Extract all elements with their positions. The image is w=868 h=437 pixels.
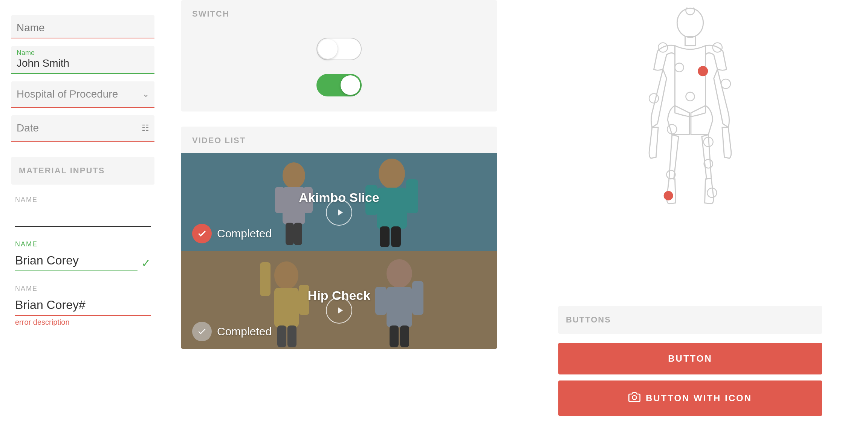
primary-button-label: BUTTON <box>668 353 712 364</box>
switch-section-header: SWITCH <box>192 0 486 26</box>
svg-marker-31 <box>338 307 343 313</box>
svg-point-41 <box>686 92 694 101</box>
svg-point-46 <box>664 191 673 200</box>
name-input-labeled-group: Name <box>11 46 154 74</box>
video-section: VIDEO LIST <box>181 127 497 349</box>
calendar-icon: ☷ <box>142 123 149 133</box>
buttons-section: BUTTONS BUTTON BUTTON WITH ICON <box>558 306 822 422</box>
left-column: Name Hospital of Procedure ⌄ Date ☷ MATE… <box>0 0 166 437</box>
name-input-plain[interactable] <box>11 15 154 38</box>
video-list: Akimbo Slice Completed <box>181 153 497 349</box>
completed-badge-1: Completed <box>192 224 272 243</box>
svg-point-37 <box>675 63 684 72</box>
svg-point-40 <box>649 94 659 103</box>
name-input-label: Name <box>17 49 35 57</box>
material-input-field-valid[interactable] <box>15 251 138 271</box>
material-input-field-empty[interactable] <box>15 206 151 227</box>
camera-icon <box>628 391 640 405</box>
material-label-valid: NAME <box>15 240 151 248</box>
material-input-row-empty <box>15 206 151 227</box>
material-label-error: NAME <box>15 285 151 293</box>
chevron-down-icon: ⌄ <box>142 89 149 99</box>
play-button-2[interactable] <box>326 297 352 324</box>
icon-button[interactable]: BUTTON WITH ICON <box>558 380 822 416</box>
toggle-knob-off <box>318 39 338 59</box>
material-input-valid: NAME ✓ <box>11 240 154 271</box>
material-inputs-header: MATERIAL INPUTS <box>11 157 154 185</box>
material-input-row-valid: ✓ <box>15 251 151 271</box>
completed-text-1: Completed <box>217 227 272 240</box>
switch-area <box>192 26 486 112</box>
hospital-select[interactable]: Hospital of Procedure ⌄ <box>11 81 154 108</box>
error-description: error description <box>15 318 151 327</box>
completed-text-2: Completed <box>217 325 272 338</box>
svg-point-47 <box>707 188 717 197</box>
name-input-group <box>11 15 154 38</box>
material-input-row-error <box>15 295 151 316</box>
video-item-1[interactable]: Akimbo Slice Completed <box>181 153 497 251</box>
svg-point-42 <box>667 125 677 134</box>
svg-rect-33 <box>685 37 695 46</box>
svg-point-32 <box>677 8 703 37</box>
middle-column: SWITCH VIDEO LIST <box>166 0 512 437</box>
switch-section: SWITCH <box>181 0 497 112</box>
material-input-error: NAME error description <box>11 285 154 327</box>
body-diagram <box>527 0 853 295</box>
buttons-section-header: BUTTONS <box>558 306 822 334</box>
primary-button[interactable]: BUTTON <box>558 343 822 374</box>
material-label-empty: NAME <box>15 196 151 204</box>
svg-point-39 <box>721 79 730 89</box>
svg-marker-15 <box>338 209 343 215</box>
completed-check-icon-1 <box>192 224 212 243</box>
icon-button-label: BUTTON WITH ICON <box>646 393 752 403</box>
svg-point-48 <box>633 396 637 400</box>
date-placeholder: Date <box>17 122 39 134</box>
toggle-off[interactable] <box>316 38 362 60</box>
toggle-on[interactable] <box>316 74 362 96</box>
material-input-field-error[interactable] <box>15 295 151 316</box>
svg-point-38 <box>698 66 708 76</box>
video-item-2[interactable]: Hip Check Completed <box>181 251 497 349</box>
date-input[interactable]: Date ☷ <box>11 115 154 142</box>
material-input-empty: NAME <box>11 196 154 227</box>
hospital-placeholder: Hospital of Procedure <box>17 88 118 100</box>
completed-badge-2: Completed <box>192 322 272 341</box>
body-figure <box>619 8 762 211</box>
toggle-knob-on <box>341 75 360 95</box>
completed-check-icon-2 <box>192 322 212 341</box>
checkmark-icon: ✓ <box>141 257 151 270</box>
video-section-header: VIDEO LIST <box>181 127 497 153</box>
right-column: BUTTONS BUTTON BUTTON WITH ICON <box>512 0 868 437</box>
play-button-1[interactable] <box>326 199 352 226</box>
